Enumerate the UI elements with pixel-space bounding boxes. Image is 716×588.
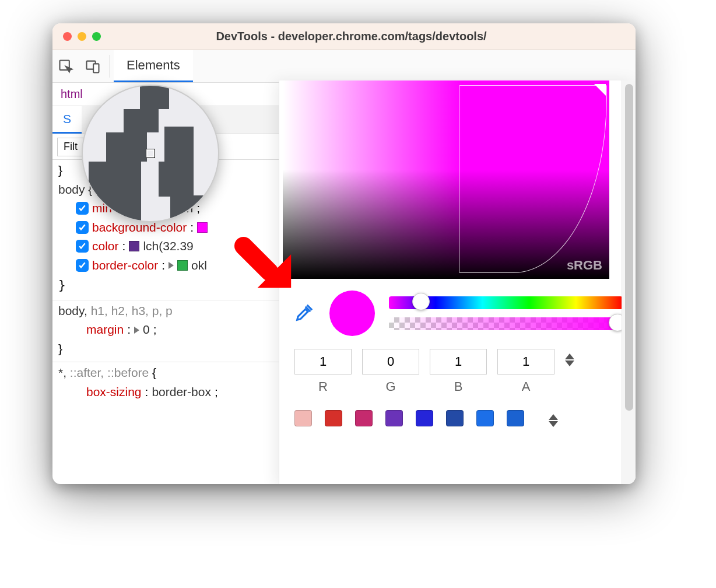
color-palette (279, 394, 636, 427)
hue-slider-knob[interactable] (412, 293, 430, 310)
devtools-toolbar: Elements (52, 50, 636, 83)
inspect-element-button[interactable] (52, 50, 79, 82)
color-swatch-icon[interactable] (129, 241, 139, 251)
chevron-up-icon[interactable] (549, 414, 558, 420)
tab-elements[interactable]: Elements (114, 50, 193, 82)
declaration-checkbox[interactable] (76, 202, 89, 215)
window-title: DevTools - developer.chrome.com/tags/dev… (107, 30, 625, 43)
color-spectrum[interactable]: sRGB (283, 80, 609, 279)
tab-styles[interactable]: S (52, 106, 82, 134)
palette-swatch[interactable] (385, 410, 403, 426)
breadcrumb-html[interactable]: html (61, 88, 83, 101)
hue-slider[interactable] (389, 296, 623, 309)
alpha-slider[interactable] (389, 317, 623, 330)
b-label: B (430, 379, 487, 394)
format-stepper[interactable] (565, 354, 579, 366)
color-swatch-icon[interactable] (177, 260, 188, 271)
expand-icon[interactable] (169, 262, 174, 269)
chevron-down-icon[interactable] (565, 360, 574, 366)
chevron-up-icon[interactable] (565, 354, 574, 359)
eyedropper-button[interactable] (292, 302, 315, 325)
a-input[interactable] (497, 349, 554, 374)
maximize-window-button[interactable] (92, 32, 101, 41)
palette-swatch[interactable] (294, 410, 312, 426)
color-swatch-icon[interactable] (197, 222, 208, 233)
property-value[interactable]: border-box (152, 383, 211, 402)
palette-swatch[interactable] (325, 410, 342, 426)
palette-stepper[interactable] (549, 414, 563, 427)
r-input[interactable] (294, 349, 352, 374)
property-name[interactable]: margin (86, 320, 124, 340)
current-color-preview (329, 290, 375, 336)
declaration-checkbox[interactable] (76, 240, 89, 253)
declaration-checkbox[interactable] (76, 259, 89, 272)
palette-swatch[interactable] (416, 410, 433, 426)
palette-swatch[interactable] (507, 410, 524, 426)
a-label: A (497, 379, 554, 394)
gamut-label: sRGB (567, 258, 602, 273)
palette-swatch[interactable] (476, 410, 494, 426)
svg-rect-2 (93, 64, 99, 72)
declaration-checkbox[interactable] (76, 221, 89, 234)
r-label: R (294, 379, 352, 394)
scrollbar-thumb[interactable] (625, 84, 633, 411)
palette-swatch[interactable] (355, 410, 373, 426)
expand-icon[interactable] (134, 327, 139, 334)
palette-swatch[interactable] (446, 410, 464, 426)
property-name[interactable]: color (92, 237, 119, 256)
window-titlebar: DevTools - developer.chrome.com/tags/dev… (52, 23, 636, 50)
device-toggle-button[interactable] (79, 50, 106, 82)
property-value[interactable]: 0 (143, 320, 150, 340)
property-name[interactable]: box-sizing (86, 383, 142, 402)
eyedropper-loupe (82, 85, 219, 222)
minimize-window-button[interactable] (78, 32, 86, 41)
property-name[interactable]: border-color (92, 256, 158, 275)
property-value[interactable]: okl (191, 256, 207, 275)
close-brace: } (58, 163, 62, 177)
selector[interactable]: body, (58, 304, 91, 317)
window-controls (63, 32, 101, 41)
b-input[interactable] (430, 349, 487, 374)
color-picker-popover: sRGB R (279, 80, 636, 484)
divider (110, 55, 110, 78)
scrollbar[interactable] (622, 80, 636, 484)
close-window-button[interactable] (63, 32, 72, 41)
g-label: G (362, 379, 419, 394)
chevron-down-icon[interactable] (549, 421, 558, 427)
loupe-aim-icon (146, 149, 155, 158)
gamut-corner-icon[interactable] (594, 84, 606, 96)
property-value[interactable]: lch(32.39 (143, 237, 193, 256)
g-input[interactable] (362, 349, 419, 374)
rgba-inputs: R G B A (279, 340, 636, 394)
